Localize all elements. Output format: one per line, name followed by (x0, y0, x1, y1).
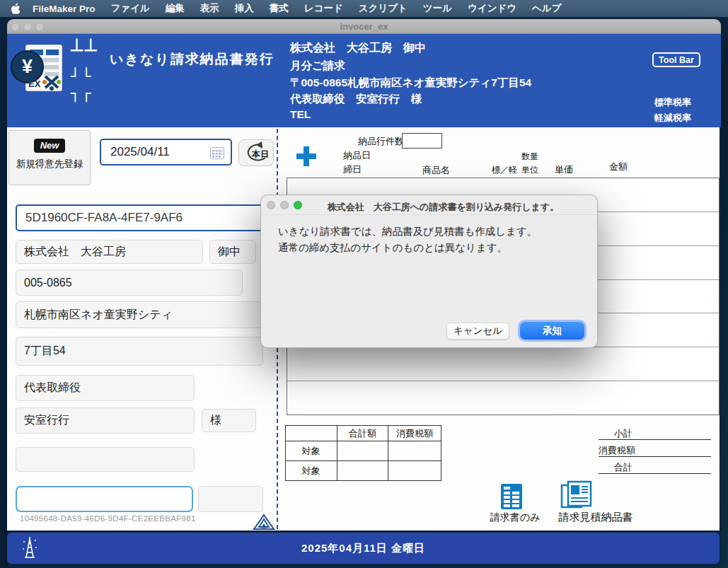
invoice-only-button[interactable]: 請求書のみ (490, 511, 541, 524)
invoice-date-value: 2025/04/11 (110, 145, 170, 159)
col-amount: 金額 (609, 161, 628, 173)
tax-table-row2-tax (388, 461, 441, 481)
subtotal-label: 小計 (614, 427, 632, 440)
menu-item-view[interactable]: 表示 (192, 2, 227, 15)
invoice-only-icon[interactable] (501, 484, 522, 511)
dialog-body-line1: いきなり請求書では、納品書及び見積書も作成します。 (278, 224, 537, 240)
tax-table-corner (286, 426, 337, 441)
invoice-date-field[interactable]: 2025/04/11 (100, 139, 232, 166)
extra-field-1[interactable] (16, 447, 195, 472)
tax-table-total-header: 合計額 (337, 426, 388, 441)
footer-date: 2025年04月11日 金曜日 (7, 542, 720, 555)
total-underline (599, 473, 711, 474)
standard-tax-label: 標準税率 (654, 96, 691, 109)
postal-code-field[interactable]: 005-0865 (16, 269, 243, 296)
col-unit: 単位 (521, 164, 538, 176)
header-address-line: 〒005-0865札幌市南区ネオ童実野シティ7丁目54 (290, 76, 531, 91)
address1-field[interactable]: 札幌市南区ネオ童実野シティ (16, 301, 263, 328)
dialog-body-line2: 通常の締め支払のサイトのものとは異なります。 (278, 240, 537, 256)
today-button-label: 本日 (252, 149, 269, 161)
job-title-field[interactable]: 代表取締役 (16, 375, 195, 401)
reduced-tax-label: 軽減税率 (654, 112, 691, 124)
table-row[interactable] (287, 381, 719, 415)
new-customer-label: 新規得意先登録 (9, 158, 90, 170)
dialog-close-button[interactable] (267, 201, 275, 209)
line-count-label: 納品行件数 (358, 135, 404, 148)
new-customer-button[interactable]: New 新規得意先登録 (8, 130, 91, 185)
record-id-text: 10495648-DA59-46D6-9D4F-CE2EEBBAF981 (20, 514, 196, 523)
menu-item-app[interactable]: FileMaker Pro (25, 4, 103, 14)
ok-button[interactable]: 承知 (520, 322, 584, 340)
col-tax-class: 標／軽 (492, 164, 517, 176)
table-row[interactable] (287, 347, 719, 381)
dialog-minimize-button[interactable] (280, 201, 289, 209)
header-tel-label: TEL (290, 108, 311, 121)
tax-table-row1-label: 対象 (286, 441, 337, 461)
dialog-body: いきなり請求書では、納品書及び見積書も作成します。 通常の締め支払のサイトのもの… (278, 224, 537, 256)
dialog-separator (261, 214, 597, 215)
col-product: 商品名 (422, 164, 450, 177)
menu-item-window[interactable]: ウインドウ (460, 2, 524, 15)
logo-ex-text: EX (28, 79, 40, 89)
tax-summary-table: 合計額 消費税額 対象 対象 (285, 425, 441, 481)
dialog-title: 株式会社 大谷工房への請求書を割り込み発行します。 (300, 201, 587, 214)
calendar-icon[interactable] (210, 147, 224, 159)
menu-item-format[interactable]: 書式 (262, 2, 296, 15)
today-button[interactable]: 本日 (238, 139, 274, 166)
customer-uuid-field[interactable]: 5D1960CF-FA8A-4FE7-9AF6 (16, 204, 264, 231)
tax-table-row1-total (337, 441, 388, 461)
extra-field-2[interactable] (198, 486, 263, 512)
tax-underline (599, 456, 711, 457)
confirm-dialog: 株式会社 大谷工房への請求書を割り込み発行します。 いきなり請求書では、納品書及… (260, 195, 598, 348)
col-delivery-date: 納品日 (343, 149, 371, 162)
tax-total-label: 消費税額 (599, 444, 635, 457)
col-closing-date: 締日 (343, 163, 362, 176)
menu-item-tools[interactable]: ツール (415, 2, 460, 15)
cancel-button[interactable]: キャンセル (446, 323, 509, 340)
full-set-icon[interactable] (560, 480, 593, 510)
mountain-logo-icon (253, 513, 275, 531)
tax-table-row1-tax (388, 441, 441, 461)
honorific-field[interactable]: 御中 (209, 240, 256, 264)
person-suffix-field[interactable]: 様 (202, 409, 256, 432)
menu-item-insert[interactable]: 挿入 (227, 2, 262, 15)
tax-table-tax-header: 消費税額 (388, 426, 441, 441)
header-representative-line: 代表取締役 安室行行 様 (290, 92, 422, 107)
address2-field[interactable]: 7丁目54 (16, 337, 263, 366)
new-badge: New (34, 139, 66, 153)
window-title: invocer_ex (7, 21, 721, 32)
person-name-field[interactable]: 安室行行 (16, 407, 195, 434)
menu-item-records[interactable]: レコード (296, 2, 351, 15)
menu-item-edit[interactable]: 編集 (158, 2, 192, 15)
page-title: いきなり請求納品書発行 (110, 50, 275, 69)
col-unit-price: 単価 (555, 163, 573, 176)
line-count-input[interactable] (402, 133, 442, 149)
logo-asterisk-icon (42, 74, 61, 91)
tax-table-row2-label: 対象 (286, 461, 337, 481)
header-customer-line: 株式会社 大谷工房 御中 (290, 41, 426, 56)
screen: FileMaker Pro ファイル 編集 表示 挿入 書式 レコード スクリプ… (0, 0, 728, 568)
header-billing-line: 月分ご請求 (290, 59, 345, 74)
grand-total-label: 合計 (614, 461, 632, 474)
menu-item-file[interactable]: ファイル (103, 2, 158, 15)
menu-item-help[interactable]: ヘルプ (524, 2, 569, 15)
memo-field[interactable] (16, 486, 193, 512)
toolbar-toggle-button[interactable]: Tool Bar (652, 52, 700, 67)
add-line-button[interactable] (296, 146, 316, 166)
tax-table-row2-total (337, 461, 388, 481)
menu-bar: FileMaker Pro ファイル 編集 表示 挿入 書式 レコード スクリプ… (0, 0, 728, 17)
crop-marks-decoration: ┴┴ ┘└ ┐┌ (71, 41, 99, 101)
full-set-button[interactable]: 請求見積納品書 (556, 511, 635, 524)
apple-menu-icon[interactable] (10, 3, 21, 15)
company-name-field[interactable]: 株式会社 大谷工房 (16, 240, 203, 264)
menu-item-scripts[interactable]: スクリプト (351, 2, 415, 15)
col-qty: 数量 (521, 151, 538, 163)
subtotal-underline (599, 439, 711, 440)
